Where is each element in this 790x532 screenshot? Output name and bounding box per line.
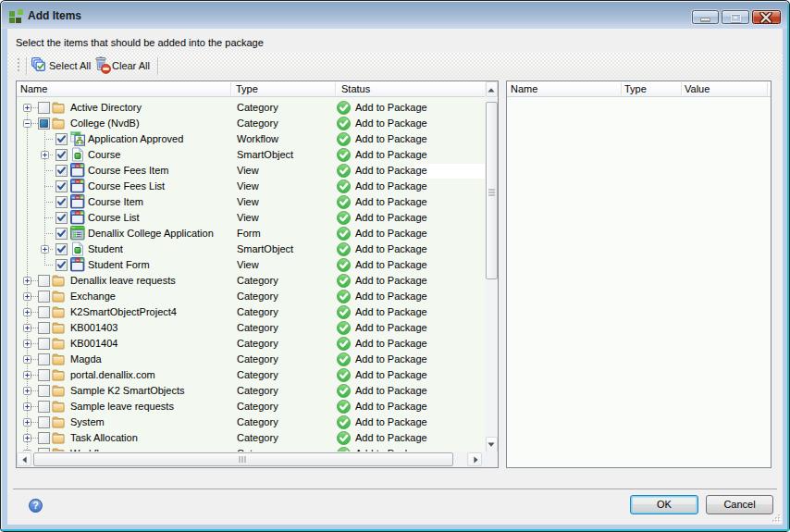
svg-text:?: ?: [32, 500, 39, 511]
